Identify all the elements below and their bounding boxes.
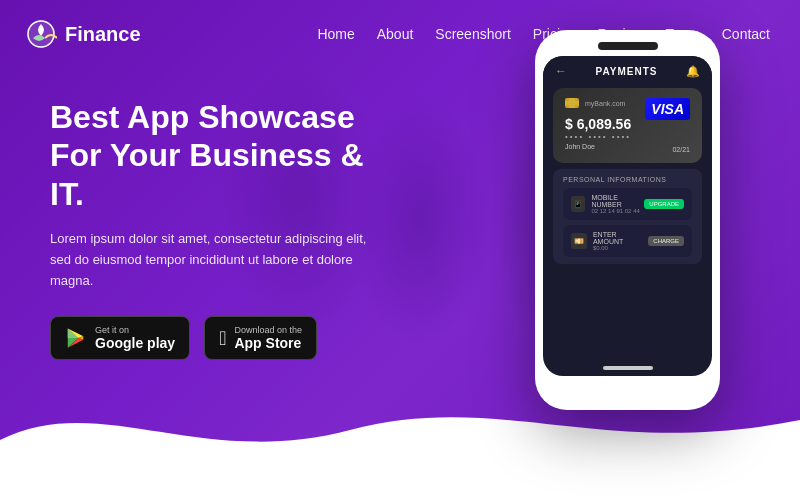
amount-row-info: ENTER AMOUNT $0.00 bbox=[593, 231, 648, 251]
nav-item-home[interactable]: Home bbox=[317, 25, 354, 43]
mobile-row-info: MOBILE NUMBER 02 12 14 91 02 44 bbox=[591, 194, 644, 214]
nav-item-about[interactable]: About bbox=[377, 25, 414, 43]
phone-home-bar bbox=[603, 366, 653, 370]
hero-section: Finance Home About Screenshort Pricing R… bbox=[0, 0, 800, 500]
mobile-icon: 📱 bbox=[571, 196, 585, 212]
amount-value: $0.00 bbox=[593, 245, 648, 251]
phone-title: PAYMENTS bbox=[596, 66, 658, 77]
app-store-text: Download on the App Store bbox=[234, 325, 302, 351]
amount-row: 💴 ENTER AMOUNT $0.00 CHARGE bbox=[563, 225, 692, 257]
mobile-row-left: 📱 MOBILE NUMBER 02 12 14 91 02 44 bbox=[571, 194, 644, 214]
chip-icon bbox=[565, 98, 579, 108]
phone-screen: ← PAYMENTS 🔔 myBank.com $ 6,089.56 bbox=[543, 56, 712, 376]
store-buttons: Get it on Google play  Download on the … bbox=[50, 316, 390, 360]
apple-icon:  bbox=[219, 328, 226, 348]
bell-icon: 🔔 bbox=[686, 65, 700, 78]
phone-outer: ← PAYMENTS 🔔 myBank.com $ 6,089.56 bbox=[535, 30, 720, 410]
visa-logo: VISA bbox=[645, 98, 690, 120]
hero-title: Best App Showcase For Your Business & IT… bbox=[50, 98, 390, 213]
nav-item-contact[interactable]: Contact bbox=[722, 25, 770, 43]
phone-notch bbox=[598, 42, 658, 50]
mobile-label: MOBILE NUMBER bbox=[591, 194, 644, 208]
card-bank-label: myBank.com bbox=[585, 100, 625, 107]
phone-mockup: ← PAYMENTS 🔔 myBank.com $ 6,089.56 bbox=[535, 30, 720, 410]
card-dots: •••• •••• •••• bbox=[565, 132, 690, 141]
charge-button[interactable]: CHARGE bbox=[648, 236, 684, 246]
upgrade-button[interactable]: UPGRADE bbox=[644, 199, 684, 209]
personal-info-section: Personal Informations 📱 MOBILE NUMBER 02… bbox=[553, 169, 702, 264]
hero-content: Best App Showcase For Your Business & IT… bbox=[0, 68, 420, 360]
phone-header: ← PAYMENTS 🔔 bbox=[543, 56, 712, 82]
google-play-icon bbox=[65, 327, 87, 349]
google-play-text: Get it on Google play bbox=[95, 325, 175, 351]
hero-description: Lorem ipsum dolor sit amet, consectetur … bbox=[50, 229, 390, 291]
logo-text: Finance bbox=[65, 23, 141, 46]
svg-rect-4 bbox=[565, 101, 579, 105]
card-name: John Doe bbox=[565, 143, 690, 150]
app-store-button[interactable]:  Download on the App Store bbox=[204, 316, 317, 360]
amount-row-left: 💴 ENTER AMOUNT $0.00 bbox=[571, 231, 648, 251]
payment-card: myBank.com $ 6,089.56 •••• •••• •••• Joh… bbox=[553, 88, 702, 163]
back-arrow-icon: ← bbox=[555, 64, 567, 78]
card-expiry: 02/21 bbox=[672, 146, 690, 153]
personal-info-title: Personal Informations bbox=[563, 176, 692, 183]
amount-label: ENTER AMOUNT bbox=[593, 231, 648, 245]
logo-icon bbox=[25, 18, 57, 50]
google-play-button[interactable]: Get it on Google play bbox=[50, 316, 190, 360]
logo[interactable]: Finance bbox=[25, 18, 141, 50]
amount-icon: 💴 bbox=[571, 233, 587, 249]
mobile-value: 02 12 14 91 02 44 bbox=[591, 208, 644, 214]
mobile-number-row: 📱 MOBILE NUMBER 02 12 14 91 02 44 UPGRAD… bbox=[563, 188, 692, 220]
nav-item-screenshot[interactable]: Screenshort bbox=[435, 25, 510, 43]
